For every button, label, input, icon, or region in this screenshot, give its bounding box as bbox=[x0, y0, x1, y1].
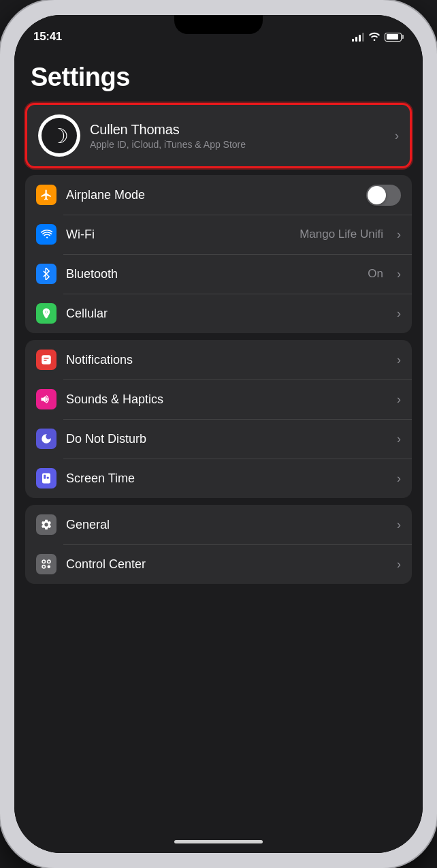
signal-bar-4 bbox=[362, 33, 364, 42]
page-title: Settings bbox=[14, 49, 423, 103]
do-not-disturb-label: Do Not Disturb bbox=[66, 432, 387, 446]
notifications-chevron-icon: › bbox=[397, 353, 401, 367]
airplane-mode-icon bbox=[36, 185, 56, 205]
cellular-label: Cellular bbox=[66, 307, 387, 321]
screen-time-label: Screen Time bbox=[66, 471, 387, 486]
wifi-status-icon bbox=[368, 31, 381, 43]
screen-time-chevron-icon: › bbox=[397, 471, 401, 486]
signal-bar-3 bbox=[359, 35, 361, 42]
general-icon bbox=[36, 514, 56, 535]
screen-time-row[interactable]: Screen Time › bbox=[25, 459, 412, 498]
wifi-icon bbox=[36, 224, 56, 245]
bluetooth-icon bbox=[36, 264, 56, 284]
svg-point-11 bbox=[42, 565, 46, 569]
do-not-disturb-icon bbox=[36, 429, 56, 449]
system-group: General › Control bbox=[25, 505, 412, 584]
cellular-chevron-icon: › bbox=[397, 307, 401, 321]
sounds-icon bbox=[36, 389, 56, 409]
svg-rect-6 bbox=[42, 474, 50, 484]
svg-point-12 bbox=[48, 565, 51, 569]
svg-point-10 bbox=[48, 560, 51, 563]
notifications-label: Notifications bbox=[66, 353, 387, 367]
general-row[interactable]: General › bbox=[25, 505, 412, 544]
toggle-knob bbox=[368, 186, 386, 204]
bluetooth-row[interactable]: Bluetooth On › bbox=[25, 254, 412, 294]
sounds-row[interactable]: Sounds & Haptics › bbox=[25, 379, 412, 419]
svg-rect-3 bbox=[44, 358, 49, 359]
battery-icon bbox=[385, 33, 404, 42]
airplane-mode-label: Airplane Mode bbox=[66, 188, 357, 202]
sounds-label: Sounds & Haptics bbox=[66, 392, 387, 407]
profile-chevron-icon: › bbox=[395, 129, 399, 143]
control-center-chevron-icon: › bbox=[397, 557, 401, 572]
svg-rect-7 bbox=[44, 475, 46, 479]
wifi-label: Wi-Fi bbox=[66, 228, 290, 242]
notch bbox=[174, 15, 263, 34]
profile-card[interactable]: ☽ Cullen Thomas Apple ID, iCloud, iTunes… bbox=[25, 103, 412, 168]
avatar: ☽ bbox=[38, 114, 80, 157]
home-bar bbox=[174, 840, 263, 843]
airplane-mode-toggle[interactable] bbox=[366, 185, 401, 206]
settings-content[interactable]: Settings ☽ Cullen Thomas Apple ID, iClou… bbox=[14, 49, 423, 830]
general-label: General bbox=[66, 518, 387, 532]
svg-point-9 bbox=[42, 560, 46, 563]
screen: 15:41 bbox=[14, 15, 423, 853]
wifi-value: Mango Life Unifi bbox=[300, 228, 383, 241]
wifi-chevron-icon: › bbox=[397, 228, 401, 242]
avatar-inner: ☽ bbox=[42, 118, 77, 153]
profile-name: Cullen Thomas bbox=[90, 122, 385, 138]
cellular-icon bbox=[36, 303, 56, 324]
do-not-disturb-chevron-icon: › bbox=[397, 432, 401, 446]
do-not-disturb-row[interactable]: Do Not Disturb › bbox=[25, 419, 412, 459]
svg-point-1 bbox=[46, 311, 48, 313]
notifications-icon bbox=[36, 350, 56, 370]
svg-marker-5 bbox=[42, 396, 46, 403]
notifications-row[interactable]: Notifications › bbox=[25, 340, 412, 379]
general-chevron-icon: › bbox=[397, 518, 401, 532]
signal-bar-1 bbox=[352, 39, 354, 42]
notifications-group: Notifications › Sounds & Haptics bbox=[25, 340, 412, 498]
airplane-mode-row[interactable]: Airplane Mode bbox=[25, 175, 412, 215]
control-center-icon bbox=[36, 554, 56, 574]
signal-bar-2 bbox=[355, 37, 357, 42]
wifi-row[interactable]: Wi-Fi Mango Life Unifi › bbox=[25, 215, 412, 254]
status-time: 15:41 bbox=[33, 30, 62, 44]
control-center-label: Control Center bbox=[66, 557, 387, 572]
status-icons bbox=[352, 31, 404, 43]
profile-subtitle: Apple ID, iCloud, iTunes & App Store bbox=[90, 139, 385, 150]
svg-point-0 bbox=[46, 236, 48, 238]
phone-inner: 15:41 bbox=[14, 15, 423, 853]
home-indicator bbox=[14, 830, 423, 853]
phone-frame: 15:41 bbox=[0, 0, 437, 868]
svg-rect-8 bbox=[47, 477, 49, 479]
cellular-row[interactable]: Cellular › bbox=[25, 294, 412, 333]
bluetooth-value: On bbox=[368, 267, 383, 281]
bluetooth-chevron-icon: › bbox=[397, 267, 401, 281]
signal-bars-icon bbox=[352, 32, 364, 42]
control-center-row[interactable]: Control Center › bbox=[25, 544, 412, 584]
sounds-chevron-icon: › bbox=[397, 392, 401, 407]
bluetooth-label: Bluetooth bbox=[66, 267, 358, 281]
crescent-icon: ☽ bbox=[50, 124, 69, 148]
connectivity-group: Airplane Mode bbox=[25, 175, 412, 333]
profile-info: Cullen Thomas Apple ID, iCloud, iTunes &… bbox=[90, 122, 385, 150]
svg-rect-4 bbox=[44, 360, 47, 361]
screen-time-icon bbox=[36, 468, 56, 489]
